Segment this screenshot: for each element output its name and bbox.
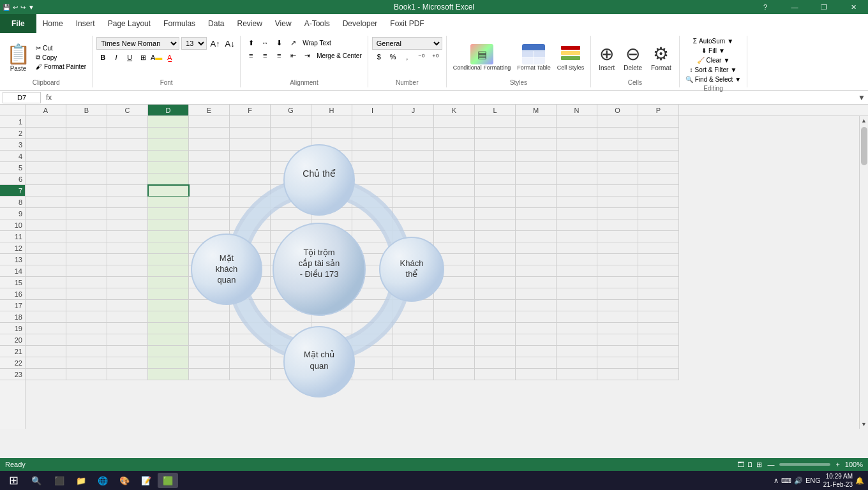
cell-K6[interactable] [434, 174, 475, 185]
cell-D10[interactable] [148, 219, 189, 231]
zoom-slider[interactable] [779, 463, 830, 466]
cell-M15[interactable] [516, 277, 557, 288]
cell-I1[interactable] [352, 116, 393, 128]
cell-A1[interactable] [26, 116, 66, 128]
col-header-A[interactable]: A [26, 105, 66, 115]
cell-H3[interactable] [311, 139, 352, 151]
cell-P20[interactable] [638, 334, 679, 346]
cell-B14[interactable] [66, 265, 107, 277]
cell-H4[interactable] [311, 151, 352, 162]
row-num-10[interactable]: 10 [0, 219, 25, 231]
language-indicator[interactable]: ENG [805, 477, 821, 484]
cell-D7[interactable] [148, 185, 189, 197]
cell-M6[interactable] [516, 174, 557, 185]
cell-A18[interactable] [26, 311, 66, 323]
cell-N20[interactable] [557, 334, 597, 346]
row-num-15[interactable]: 15 [0, 277, 25, 288]
cell-O1[interactable] [597, 116, 638, 128]
cell-I12[interactable] [352, 242, 393, 254]
cell-J8[interactable] [393, 197, 434, 208]
cell-O7[interactable] [597, 185, 638, 197]
cell-O17[interactable] [597, 300, 638, 311]
cell-B19[interactable] [66, 323, 107, 334]
cell-H13[interactable] [311, 254, 352, 265]
cell-P11[interactable] [638, 231, 679, 242]
cell-E1[interactable] [189, 116, 230, 128]
cell-N13[interactable] [557, 254, 597, 265]
cell-D17[interactable] [148, 300, 189, 311]
cell-D1[interactable] [148, 116, 189, 128]
cell-D13[interactable] [148, 254, 189, 265]
cell-C20[interactable] [107, 334, 148, 346]
row-num-23[interactable]: 23 [0, 369, 25, 380]
cell-I3[interactable] [352, 139, 393, 151]
cell-B10[interactable] [66, 219, 107, 231]
cell-J21[interactable] [393, 346, 434, 357]
cell-K8[interactable] [434, 197, 475, 208]
col-header-N[interactable]: N [557, 105, 597, 115]
cell-P19[interactable] [638, 323, 679, 334]
align-bottom-button[interactable]: ⬇ [273, 37, 285, 48]
fill-dropdown[interactable]: ▼ [719, 47, 725, 54]
cell-N6[interactable] [557, 174, 597, 185]
cell-A17[interactable] [26, 300, 66, 311]
cell-M8[interactable] [516, 197, 557, 208]
cell-N5[interactable] [557, 162, 597, 174]
cell-C18[interactable] [107, 311, 148, 323]
cell-P1[interactable] [638, 116, 679, 128]
cell-P21[interactable] [638, 346, 679, 357]
cell-G17[interactable] [271, 300, 311, 311]
cell-H18[interactable] [311, 311, 352, 323]
cell-O6[interactable] [597, 174, 638, 185]
cell-C2[interactable] [107, 128, 148, 139]
cell-N7[interactable] [557, 185, 597, 197]
cell-O8[interactable] [597, 197, 638, 208]
cell-G8[interactable] [271, 197, 311, 208]
cell-B13[interactable] [66, 254, 107, 265]
keyboard-icon[interactable]: ⌨ [781, 477, 791, 485]
cell-N23[interactable] [557, 369, 597, 380]
col-header-E[interactable]: E [189, 105, 230, 115]
cell-G19[interactable] [271, 323, 311, 334]
cell-L5[interactable] [475, 162, 516, 174]
cell-K4[interactable] [434, 151, 475, 162]
cell-B20[interactable] [66, 334, 107, 346]
cell-P18[interactable] [638, 311, 679, 323]
page-break-view-button[interactable]: ⊞ [756, 461, 762, 469]
cell-F14[interactable] [230, 265, 271, 277]
cell-H21[interactable] [311, 346, 352, 357]
decrease-indent-button[interactable]: ⇤ [287, 50, 299, 61]
cell-O23[interactable] [597, 369, 638, 380]
cell-B1[interactable] [66, 116, 107, 128]
find-dropdown[interactable]: ▼ [735, 76, 741, 83]
cell-O20[interactable] [597, 334, 638, 346]
cell-F4[interactable] [230, 151, 271, 162]
cell-C9[interactable] [107, 208, 148, 219]
col-header-D[interactable]: D [148, 105, 189, 115]
cell-M20[interactable] [516, 334, 557, 346]
scroll-down-button[interactable]: ▼ [860, 420, 868, 429]
cell-O22[interactable] [597, 357, 638, 369]
cell-A20[interactable] [26, 334, 66, 346]
row-num-2[interactable]: 2 [0, 128, 25, 139]
cell-J17[interactable] [393, 300, 434, 311]
cell-P3[interactable] [638, 139, 679, 151]
row-num-9[interactable]: 9 [0, 208, 25, 219]
cell-N9[interactable] [557, 208, 597, 219]
cell-K17[interactable] [434, 300, 475, 311]
cell-L19[interactable] [475, 323, 516, 334]
cell-I19[interactable] [352, 323, 393, 334]
cell-M1[interactable] [516, 116, 557, 128]
cell-L22[interactable] [475, 357, 516, 369]
cell-H22[interactable] [311, 357, 352, 369]
cell-F3[interactable] [230, 139, 271, 151]
insert-button[interactable]: ⊕ Insert [595, 38, 618, 77]
cell-P8[interactable] [638, 197, 679, 208]
row-num-20[interactable]: 20 [0, 334, 25, 346]
cell-M4[interactable] [516, 151, 557, 162]
cell-J13[interactable] [393, 254, 434, 265]
cell-C12[interactable] [107, 242, 148, 254]
cell-J11[interactable] [393, 231, 434, 242]
increase-font-button[interactable]: A↑ [209, 38, 221, 49]
cell-E9[interactable] [189, 208, 230, 219]
